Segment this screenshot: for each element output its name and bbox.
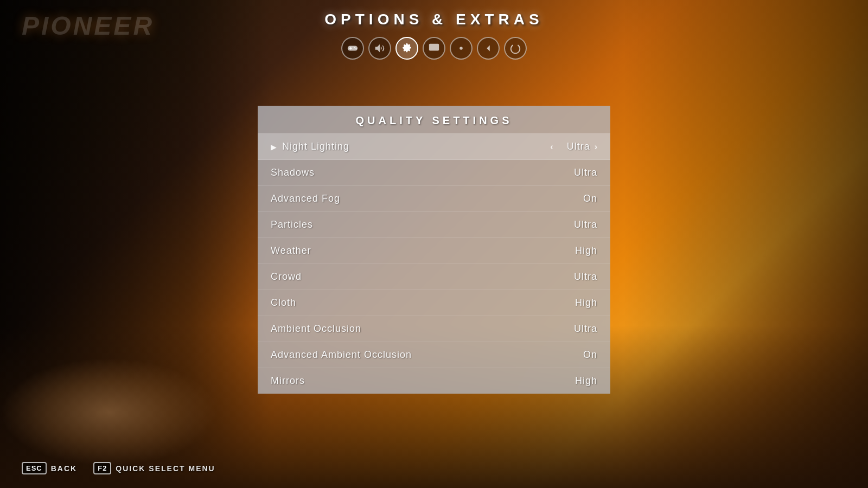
settings-panel: QUALITY SETTINGS ▶Night Lighting‹Ultra›S… [258,106,610,394]
setting-row-left: Cloth [271,297,296,309]
setting-value-container: High [565,245,597,256]
setting-row[interactable]: MirrorsHigh [258,368,610,394]
nav-icon-display[interactable] [423,37,445,60]
setting-value-container: Ultra [565,167,597,178]
setting-value-container: Ultra [565,271,597,282]
setting-row[interactable]: CrowdUltra [258,264,610,290]
setting-row[interactable]: ▶Night Lighting‹Ultra› [258,134,610,160]
setting-value: Ultra [565,167,597,178]
bottom-bar: EscBACKF2QUICK SELECT MENU [22,462,215,474]
svg-rect-2 [349,48,353,49]
header: OPTIONS & EXTRAS [0,0,868,60]
chevron-left-icon[interactable]: ‹ [550,142,553,152]
nav-icon-settings[interactable] [395,37,418,60]
setting-row-left: Weather [271,245,311,256]
setting-value: Ultra [565,323,597,335]
setting-value-container: On [565,349,597,361]
panel-title: QUALITY SETTINGS [258,106,610,134]
setting-value: On [565,193,597,204]
key-badge: Esc [22,462,47,474]
nav-icon-gamepad[interactable] [341,37,364,60]
setting-row-left: Particles [271,219,313,230]
setting-value-container: Ultra [565,219,597,230]
setting-name: Weather [271,245,311,256]
setting-name: Crowd [271,271,302,282]
setting-name: Particles [271,219,313,230]
setting-value: Ultra [558,141,590,152]
setting-value: High [565,297,597,309]
page-title: OPTIONS & EXTRAS [324,11,543,28]
chevron-right-icon[interactable]: › [595,142,597,152]
setting-row-left: Advanced Ambient Occlusion [271,349,412,361]
setting-row[interactable]: Ambient OcclusionUltra [258,316,610,342]
bottom-btn-label: BACK [51,464,77,473]
setting-row[interactable]: Advanced FogOn [258,186,610,212]
setting-row[interactable]: ClothHigh [258,290,610,316]
setting-name: Cloth [271,297,296,309]
setting-value-container: On [565,193,597,204]
setting-row[interactable]: ShadowsUltra [258,160,610,186]
setting-name: Mirrors [271,375,305,387]
svg-point-3 [354,47,355,48]
setting-value: High [565,375,597,387]
setting-name: Ambient Occlusion [271,323,361,335]
settings-list: ▶Night Lighting‹Ultra›ShadowsUltraAdvanc… [258,134,610,394]
setting-value-container: ‹Ultra› [550,141,597,152]
setting-row[interactable]: ParticlesUltra [258,212,610,238]
svg-rect-5 [429,44,439,51]
dust-effect [0,358,217,466]
setting-value-container: High [565,375,597,387]
bottom-btn-back[interactable]: EscBACK [22,462,77,474]
nav-icons-container [341,37,527,60]
setting-row-left: Shadows [271,167,315,178]
setting-name: Advanced Ambient Occlusion [271,349,412,361]
key-badge: F2 [93,462,111,474]
setting-name: Advanced Fog [271,193,340,204]
setting-value: On [565,349,597,361]
setting-row-left: Mirrors [271,375,305,387]
nav-icon-graphics[interactable] [450,37,473,60]
setting-row[interactable]: Advanced Ambient OcclusionOn [258,342,610,368]
bottom-btn-label: QUICK SELECT MENU [116,464,215,473]
setting-row[interactable]: WeatherHigh [258,238,610,264]
nav-icon-power[interactable] [504,37,527,60]
setting-value-container: High [565,297,597,309]
nav-icon-controls2[interactable] [477,37,500,60]
svg-point-4 [355,48,356,49]
setting-value: High [565,245,597,256]
setting-row-left: Ambient Occlusion [271,323,361,335]
setting-row-left: Crowd [271,271,302,282]
setting-value: Ultra [565,271,597,282]
setting-value: Ultra [565,219,597,230]
setting-row-left: ▶Night Lighting [271,141,349,152]
setting-name: Night Lighting [282,141,349,152]
setting-name: Shadows [271,167,315,178]
nav-icon-audio[interactable] [368,37,391,60]
setting-row-left: Advanced Fog [271,193,340,204]
svg-point-6 [459,47,463,50]
selected-arrow-icon: ▶ [271,143,277,151]
setting-value-container: Ultra [565,323,597,335]
bottom-btn-quick-select-menu[interactable]: F2QUICK SELECT MENU [93,462,215,474]
